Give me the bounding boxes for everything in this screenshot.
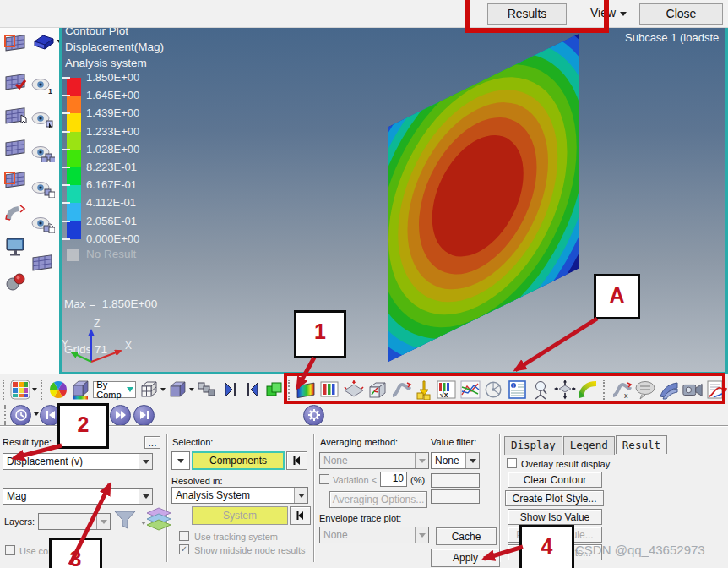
contour-plot-model[interactable] [62, 28, 728, 372]
triad-x-label: X [125, 340, 132, 352]
legend-value: 1.439E+00 [86, 106, 139, 119]
screen-display-icon[interactable] [3, 235, 29, 259]
mesh-outline-panel-icon[interactable] [3, 167, 29, 191]
selection-type-dropdown[interactable] [171, 451, 190, 470]
overlay-components-icon[interactable] [264, 379, 285, 401]
annotation-box-2: 2 [57, 403, 109, 449]
use-corner-data-checkbox[interactable] [5, 545, 15, 555]
show-midside-checkbox[interactable]: ✓ [179, 544, 189, 554]
filter-funnel-icon[interactable] [113, 508, 139, 532]
svg-text:1: 1 [48, 87, 52, 95]
create-plot-style-button[interactable]: Create Plot Style... [505, 490, 604, 506]
show-iso-value-button[interactable]: Show Iso Value [508, 509, 602, 525]
toolbar-grip[interactable] [3, 380, 7, 400]
value-filter-label: Value filter: [431, 437, 476, 447]
chevron-down-icon [127, 387, 133, 392]
legend-tick [62, 95, 70, 96]
legend-color-segment [67, 203, 81, 221]
eye-current-icon[interactable]: 1 [30, 74, 56, 98]
cache-button[interactable]: Cache [436, 527, 497, 545]
tab-result[interactable]: Result [616, 435, 667, 454]
mask-panel-icon[interactable] [196, 379, 218, 401]
annotation-box-4: 4 [519, 525, 574, 568]
resolved-in-dropdown[interactable]: Analysis System [171, 487, 308, 504]
shaded-block-menu-icon[interactable] [30, 30, 56, 54]
apply-button[interactable]: Apply [431, 549, 500, 567]
components-collector-button[interactable]: Components [192, 451, 285, 470]
panel-separator [499, 434, 501, 562]
variation-input[interactable]: 10 [380, 472, 407, 487]
animation-controls-button[interactable] [10, 405, 31, 426]
legend-color-segment [67, 167, 81, 185]
mesh-check-panel-icon[interactable] [3, 69, 29, 93]
value-filter-max-input [431, 489, 480, 504]
eye-swap-icon[interactable] [30, 213, 56, 237]
color-by-dropdown[interactable]: By Comp [93, 381, 136, 398]
mesh-edit-panel-icon[interactable] [3, 103, 29, 127]
fast-forward-button[interactable] [110, 405, 131, 426]
legend-color-segment [67, 113, 81, 131]
overlay-result-checkbox[interactable] [507, 458, 517, 468]
more-results-button[interactable]: ... [144, 436, 160, 449]
variation-unit-label: (%) [410, 475, 425, 485]
animation-toolbar [0, 404, 728, 426]
use-tracking-label: Use tracking system [194, 532, 278, 542]
averaging-method-label: Averaging method: [320, 437, 398, 447]
toolbar-grip[interactable] [4, 405, 8, 425]
orientation-triad: Z X Y [62, 315, 155, 373]
tab-display[interactable]: Display [504, 436, 562, 455]
legend-value: 8.223E-01 [86, 161, 137, 173]
eye-parts-icon[interactable] [30, 178, 56, 201]
collector-reset-button[interactable] [290, 506, 311, 525]
toolbar-grip[interactable] [41, 380, 45, 400]
annotation-box-A: A [594, 274, 640, 320]
layers-dropdown [38, 513, 111, 530]
value-filter-dropdown[interactable]: None [431, 452, 480, 469]
eye-components-icon[interactable] [30, 142, 56, 166]
panel-tabs: DisplayLegendResult [504, 436, 668, 455]
last-frame-button[interactable] [133, 405, 155, 426]
component-dropdown[interactable]: Mag [3, 488, 153, 505]
result-type-dropdown[interactable]: Displacement (v) [3, 453, 153, 470]
eye-entity-icon[interactable] [30, 108, 56, 132]
no-result-swatch [67, 249, 79, 261]
use-tracking-checkbox[interactable] [179, 531, 189, 541]
clear-contour-button[interactable]: Clear Contour [508, 472, 602, 488]
mesh-shaded-panel-icon[interactable] [3, 135, 29, 159]
chevron-down-icon[interactable] [32, 388, 37, 391]
chevron-down-icon[interactable] [189, 388, 194, 391]
chevron-down-icon[interactable] [160, 388, 166, 391]
chevron-down-icon [139, 489, 152, 504]
graphics-viewport[interactable]: Contour Plot Displacement(Mag) Analysis … [59, 28, 728, 374]
section-prev-icon[interactable] [220, 379, 240, 401]
chevron-down-icon [96, 514, 110, 529]
component-color-icon[interactable]: > [70, 379, 90, 401]
spheres-panel-icon[interactable] [3, 270, 29, 294]
subcase-label: Subcase 1 (loadste [625, 31, 719, 44]
layers-stack-icon[interactable] [145, 506, 172, 532]
chevron-down-icon [139, 454, 152, 469]
legend-tick [62, 167, 70, 168]
color-wheel-icon[interactable] [48, 379, 68, 401]
legend-color-segment [67, 150, 81, 167]
mesh-lines-panel-icon[interactable] [3, 30, 29, 54]
tab-legend[interactable]: Legend [563, 436, 615, 455]
close-button[interactable]: Close [639, 3, 723, 25]
chevron-down-icon[interactable] [34, 412, 39, 416]
shaded-mode-icon[interactable] [167, 379, 187, 401]
variation-checkbox[interactable] [319, 474, 329, 484]
display-options-icon[interactable] [10, 379, 30, 401]
section-next-icon[interactable] [242, 379, 263, 401]
mesh-small-icon[interactable] [30, 250, 56, 274]
legend-title: Contour Plot Displacement(Mag) Analysis … [65, 28, 164, 71]
watermark: CSDN @qq_43652973 [575, 543, 705, 557]
collector-reset-button[interactable] [286, 451, 307, 470]
averaging-options-button: Averaging Options... [329, 491, 427, 508]
section-cut-panel-icon[interactable] [3, 201, 29, 225]
wireframe-mode-icon[interactable] [139, 379, 159, 401]
animation-settings-button[interactable] [303, 405, 324, 426]
resolved-in-label: Resolved in: [171, 476, 223, 486]
legend-tick [62, 221, 70, 222]
envelope-label: Envelope trace plot: [319, 513, 401, 523]
legend-color-segment [67, 78, 81, 96]
